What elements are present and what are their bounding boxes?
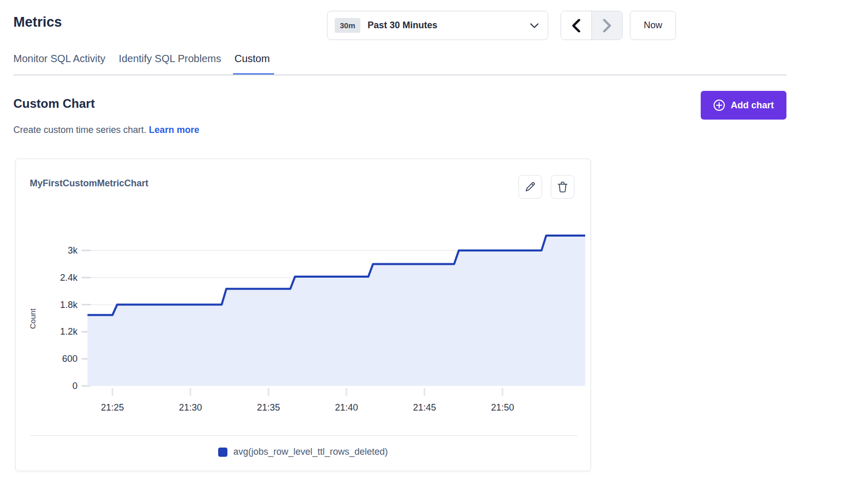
time-nav-group bbox=[561, 11, 623, 40]
svg-text:1.2k: 1.2k bbox=[60, 326, 78, 337]
pencil-icon bbox=[525, 181, 536, 192]
svg-text:0: 0 bbox=[72, 381, 78, 391]
section-subtitle: Create custom time series chart. Learn m… bbox=[13, 125, 199, 135]
svg-text:21:25: 21:25 bbox=[101, 402, 124, 413]
add-chart-label: Add chart bbox=[730, 100, 774, 111]
svg-text:21:35: 21:35 bbox=[257, 402, 280, 413]
tab-monitor-sql-activity[interactable]: Monitor SQL Activity bbox=[13, 53, 105, 75]
svg-text:21:40: 21:40 bbox=[335, 402, 358, 413]
chart-title: MyFirstCustomMetricChart bbox=[30, 178, 148, 189]
now-button[interactable]: Now bbox=[630, 11, 676, 40]
page-title: Metrics bbox=[13, 14, 62, 30]
legend: avg(jobs_row_level_ttl_rows_deleted) bbox=[16, 447, 590, 457]
section-subtitle-text: Create custom time series chart. bbox=[13, 125, 146, 135]
svg-text:21:50: 21:50 bbox=[491, 402, 514, 413]
svg-text:2.4k: 2.4k bbox=[60, 273, 78, 283]
svg-text:600: 600 bbox=[62, 354, 78, 364]
edit-chart-button[interactable] bbox=[518, 175, 542, 199]
tab-bar-divider bbox=[13, 74, 786, 75]
legend-divider bbox=[30, 435, 578, 436]
delete-chart-button[interactable] bbox=[551, 175, 574, 199]
chevron-right-icon bbox=[603, 19, 611, 32]
legend-swatch bbox=[218, 448, 227, 457]
learn-more-link[interactable]: Learn more bbox=[149, 125, 199, 135]
legend-label: avg(jobs_row_level_ttl_rows_deleted) bbox=[233, 447, 388, 457]
svg-text:21:30: 21:30 bbox=[179, 402, 202, 413]
y-axis-label: Count bbox=[28, 308, 37, 329]
section-title: Custom Chart bbox=[13, 96, 95, 111]
tab-identify-sql-problems[interactable]: Identify SQL Problems bbox=[119, 53, 221, 75]
chevron-left-icon bbox=[572, 19, 581, 32]
tab-custom[interactable]: Custom bbox=[235, 53, 270, 75]
time-range-badge: 30m bbox=[335, 18, 360, 33]
time-range-label: Past 30 Minutes bbox=[368, 20, 523, 31]
svg-text:21:45: 21:45 bbox=[413, 402, 436, 413]
custom-chart-svg: 06001.2k1.8k2.4k3k21:2521:3021:3521:4021… bbox=[26, 216, 588, 421]
add-chart-button[interactable]: Add chart bbox=[701, 91, 786, 120]
metrics-page: Metrics 30m Past 30 Minutes Now Monitor … bbox=[0, 0, 847, 504]
svg-text:1.8k: 1.8k bbox=[60, 300, 78, 310]
next-time-button[interactable] bbox=[592, 11, 622, 40]
plus-circle-icon bbox=[713, 99, 725, 111]
tab-bar: Monitor SQL Activity Identify SQL Proble… bbox=[13, 53, 270, 75]
x-axis: 21:2521:3021:3521:4021:4521:50 bbox=[101, 388, 514, 413]
time-range-selector[interactable]: 30m Past 30 Minutes bbox=[327, 11, 548, 40]
previous-time-button[interactable] bbox=[561, 11, 592, 40]
chevron-down-icon bbox=[530, 23, 538, 28]
svg-text:3k: 3k bbox=[68, 245, 78, 256]
trash-icon bbox=[557, 181, 568, 192]
series-area bbox=[87, 236, 585, 386]
custom-chart-card: MyFirstCustomMetricChart 06001.2k1.8k2.4… bbox=[15, 159, 591, 471]
